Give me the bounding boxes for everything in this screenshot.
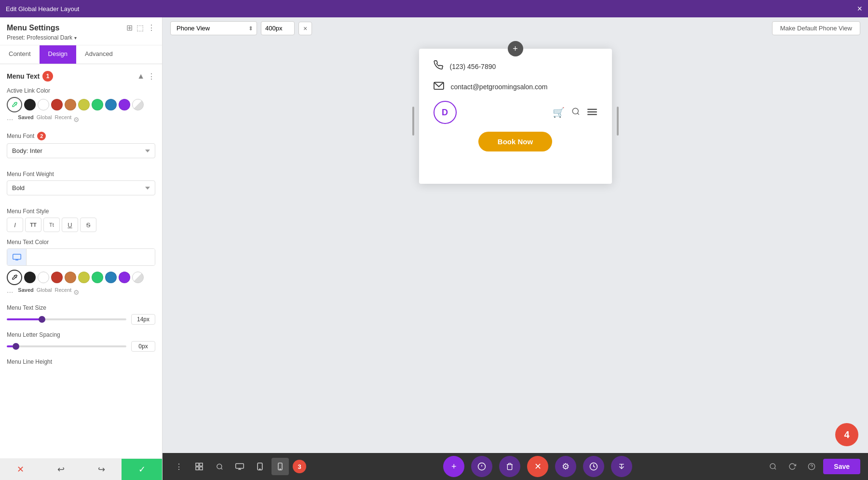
section-controls[interactable]: ▲ ⋮ — [137, 72, 155, 81]
menu-text-color-preview[interactable] — [7, 248, 155, 266]
style-uppercase-btn[interactable]: TT — [25, 218, 41, 232]
text-swatch-orange[interactable] — [65, 272, 76, 283]
search-tool-btn[interactable] — [211, 458, 228, 475]
hamburger-icon[interactable] — [587, 107, 597, 118]
grid-view-btn[interactable] — [190, 458, 208, 475]
search-icon[interactable] — [571, 107, 580, 118]
cancel-button[interactable]: ✕ — [0, 459, 41, 480]
swatch-purple[interactable] — [119, 99, 130, 110]
delete-module-btn[interactable] — [499, 456, 520, 477]
active-link-color-group: Active Link Color ··· Saved Glob — [7, 87, 155, 125]
options-menu-btn[interactable]: ⋮ — [170, 458, 188, 475]
history-module-btn[interactable] — [583, 456, 604, 477]
swatch-green[interactable] — [92, 99, 103, 110]
section-title-row: Menu Text 1 — [7, 71, 53, 82]
color-preview-swatch — [27, 249, 155, 265]
swatch-blue[interactable] — [105, 99, 117, 110]
add-section-btn[interactable]: + — [508, 41, 523, 56]
text-global-label[interactable]: Global — [37, 287, 52, 293]
make-default-phone-view-btn[interactable]: Make Default Phone View — [772, 21, 860, 35]
tab-advanced[interactable]: Advanced — [76, 45, 122, 64]
svg-rect-7 — [196, 463, 199, 466]
add-module-btn[interactable]: + — [443, 456, 464, 477]
book-now-btn[interactable]: Book Now — [478, 132, 552, 151]
menu-font-weight-select[interactable]: Bold — [7, 180, 155, 195]
text-color-dots-btn[interactable]: ··· — [7, 288, 13, 297]
svg-line-26 — [774, 468, 776, 469]
swatch-red[interactable] — [51, 99, 63, 110]
menu-font-select[interactable]: Body: Inter — [7, 143, 155, 158]
canvas-middle: + (123) 456-7890 contact@petgroomingsalo… — [163, 39, 868, 453]
more-options-icon[interactable]: ⋮ — [148, 23, 155, 32]
publish-module-btn[interactable] — [611, 456, 632, 477]
drag-handle-left[interactable] — [412, 107, 414, 136]
text-swatch-yellow[interactable] — [78, 272, 90, 283]
mobile-view-btn[interactable] — [271, 458, 289, 475]
section-more-icon[interactable]: ⋮ — [148, 72, 155, 81]
undo-button[interactable]: ↩ — [41, 459, 81, 480]
text-swatch-green[interactable] — [92, 272, 103, 283]
style-underline-btn[interactable]: U — [62, 218, 78, 232]
text-swatch-blue[interactable] — [105, 272, 117, 283]
swatch-yellow[interactable] — [78, 99, 90, 110]
cart-icon[interactable]: 🛒 — [553, 107, 565, 118]
layout-icon[interactable]: ⬚ — [136, 23, 144, 32]
tablet-view-btn[interactable] — [251, 458, 269, 475]
dots-btn[interactable]: ··· — [7, 115, 13, 124]
tab-design[interactable]: Design — [40, 45, 76, 64]
swatch-white[interactable] — [38, 99, 49, 110]
close-module-btn[interactable]: ✕ — [527, 456, 548, 477]
text-saved-label[interactable]: Saved — [18, 287, 33, 293]
right-refresh-btn[interactable] — [785, 459, 800, 474]
swatch-eraser[interactable] — [132, 99, 144, 110]
close-window-button[interactable]: × — [857, 4, 862, 14]
svg-rect-8 — [200, 463, 203, 466]
swatch-orange[interactable] — [65, 99, 76, 110]
redo-button[interactable]: ↪ — [81, 459, 122, 480]
tab-content[interactable]: Content — [0, 45, 40, 64]
eyedropper-btn[interactable] — [7, 97, 22, 112]
viewport-icon[interactable]: ⊞ — [126, 23, 133, 32]
badge-4[interactable]: 4 — [835, 423, 858, 446]
px-input[interactable]: 400px — [261, 21, 295, 35]
close-px-btn[interactable]: × — [298, 22, 312, 35]
right-search-btn[interactable] — [765, 459, 781, 474]
top-bar-title: Edit Global Header Layout — [6, 5, 79, 13]
text-swatch-eraser[interactable] — [132, 272, 144, 283]
header-actions-row: D 🛒 — [429, 101, 602, 124]
drag-handle-right[interactable] — [617, 107, 619, 136]
collapse-icon[interactable]: ▲ — [137, 72, 145, 81]
style-italic-btn[interactable]: I — [7, 218, 23, 232]
text-swatch-white[interactable] — [38, 272, 49, 283]
text-swatch-red[interactable] — [51, 272, 63, 283]
desktop-view-btn[interactable] — [231, 458, 248, 475]
preset-row[interactable]: Preset: Professional Dark ▾ — [7, 34, 155, 41]
global-label[interactable]: Global — [37, 114, 52, 120]
text-color-eyedropper[interactable] — [7, 270, 22, 285]
menu-font-style-label: Menu Font Style — [7, 208, 155, 215]
style-strikethrough-btn[interactable]: S — [80, 218, 96, 232]
panel-bottom-buttons: ✕ ↩ ↪ ✓ — [0, 458, 162, 480]
text-recent-label[interactable]: Recent — [55, 287, 72, 293]
style-capitalize-btn[interactable]: Tt — [43, 218, 60, 232]
settings-module-btn[interactable]: ⚙ — [555, 456, 576, 477]
text-swatch-purple[interactable] — [119, 272, 130, 283]
svg-line-3 — [577, 113, 579, 114]
save-panel-button[interactable]: ✓ — [122, 459, 162, 480]
swatch-black[interactable] — [24, 99, 36, 110]
saved-label[interactable]: Saved — [18, 114, 33, 120]
menu-text-size-value[interactable]: 14px — [131, 314, 155, 325]
power-module-btn[interactable] — [471, 456, 492, 477]
text-swatch-black[interactable] — [24, 272, 36, 283]
save-main-btn[interactable]: Save — [823, 459, 860, 474]
menu-letter-spacing-slider[interactable] — [7, 345, 126, 347]
text-color-settings-icon[interactable]: ⚙ — [73, 288, 80, 296]
view-select[interactable]: Phone View — [170, 21, 257, 35]
preset-label: Preset: Professional Dark — [7, 34, 72, 41]
color-settings-icon[interactable]: ⚙ — [73, 116, 80, 123]
right-help-btn[interactable] — [804, 459, 819, 474]
recent-label[interactable]: Recent — [55, 114, 72, 120]
menu-text-size-slider[interactable] — [7, 318, 126, 320]
svg-line-12 — [221, 468, 222, 469]
menu-letter-spacing-value[interactable]: 0px — [131, 341, 155, 352]
